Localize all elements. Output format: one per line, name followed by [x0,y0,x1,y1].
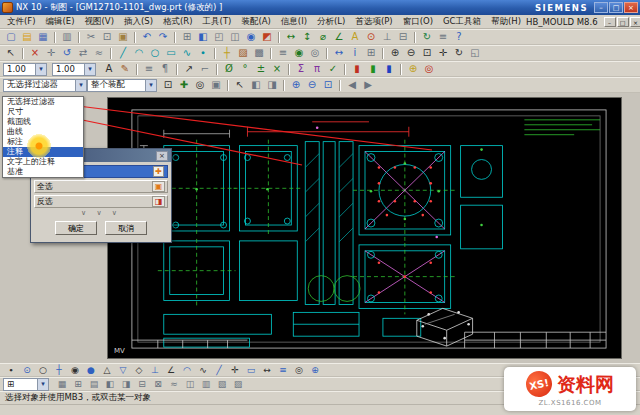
target-icon[interactable]: ◎ [421,62,437,76]
dialog-button[interactable]: 确定 [55,221,97,235]
filter-option[interactable]: 标注 [3,137,83,147]
filter-option[interactable]: 基准 [3,167,83,177]
maximize-button[interactable]: □ [609,2,623,13]
arrow-icon[interactable]: ↗ [181,62,197,76]
save-icon[interactable]: ▦ [35,30,51,44]
hatch-a-icon[interactable]: ▧ [214,377,230,391]
dialog-row-icon[interactable]: ▣ [152,181,165,192]
menu-item[interactable]: GC工具箱 [438,15,486,29]
triangle-up-icon[interactable]: △ [99,363,115,377]
add-icon[interactable]: ✚ [153,166,164,177]
circle-center-icon[interactable]: ○ [35,363,51,377]
selection-filter-combo[interactable]: 无选择过滤器 ▾ [3,79,87,92]
zoom-out-icon[interactable]: ⊖ [304,78,320,92]
select-cursor-icon[interactable]: ↖ [3,46,19,60]
menu-item[interactable]: 插入(S) [119,15,158,29]
dialog-row-icon[interactable]: ◨ [152,196,165,207]
dialog-close-icon[interactable]: × [156,151,168,161]
centerline-icon[interactable]: ┼ [219,46,235,60]
view-wizard-icon[interactable]: ◧ [195,30,211,44]
circle-icon[interactable]: ○ [147,46,163,60]
datum-feature-icon[interactable]: ⊥ [379,30,395,44]
show-icon[interactable]: ◉ [291,46,307,60]
section-view-icon[interactable]: ◩ [259,30,275,44]
circle-dot-icon[interactable]: ◎ [291,363,307,377]
menu-item[interactable]: 文件(F) [2,15,41,29]
spline-icon[interactable]: ∿ [179,46,195,60]
align-icon[interactable]: ≡ [141,62,157,76]
measure-icon[interactable]: ↔ [331,46,347,60]
table-icon[interactable]: ⊟ [395,30,411,44]
zoom-in-icon[interactable]: ⊕ [387,46,403,60]
edit-text-icon[interactable]: ✎ [117,62,133,76]
fill-region-icon[interactable]: ▩ [251,46,267,60]
angle-icon[interactable]: ∠ [163,363,179,377]
existing-point-icon[interactable]: ● [83,363,99,377]
diamond-icon[interactable]: ◇ [131,363,147,377]
print-icon[interactable]: ▥ [59,30,75,44]
pi-icon[interactable]: π [309,62,325,76]
child-restore-button[interactable]: □ [617,17,629,27]
help-icon[interactable]: ? [451,30,467,44]
diameter-symbol-icon[interactable]: Ø [221,62,237,76]
menu-item[interactable]: 视图(V) [80,15,119,29]
degree-symbol-icon[interactable]: ° [237,62,253,76]
id-symbol-icon[interactable]: ⊙ [363,30,379,44]
grid-icon[interactable]: ▦ [54,377,70,391]
rectangle-icon[interactable]: ▭ [163,46,179,60]
orbit-icon[interactable]: ↻ [451,46,467,60]
menu-item[interactable]: 装配(A) [236,15,275,29]
filter-option[interactable]: 截面线 [3,117,83,127]
end-point-icon[interactable]: ∙ [3,363,19,377]
fit-view-icon[interactable]: ⊡ [419,46,435,60]
menu-item[interactable]: 格式(R) [158,15,198,29]
zoom-out-icon[interactable]: ⊖ [403,46,419,60]
close-button[interactable]: × [624,2,638,13]
spline-point-icon[interactable]: ∿ [195,363,211,377]
detail-view-icon[interactable]: ◉ [243,30,259,44]
menu-item[interactable]: 工具(T) [198,15,237,29]
delete-icon[interactable]: × [27,46,43,60]
add-to-selection-icon[interactable]: ✚ [176,78,192,92]
perpendicular-icon[interactable]: ⊥ [147,363,163,377]
projected-view-icon[interactable]: ◫ [227,30,243,44]
slash-icon[interactable]: ╱ [211,363,227,377]
dialog-button[interactable]: 取消 [105,221,147,235]
scale-combo[interactable]: 1.00 ▾ [52,63,96,76]
mid-point-icon[interactable]: ⊙ [19,363,35,377]
preferences-icon[interactable]: ≡ [435,30,451,44]
line-icon[interactable]: ╱ [115,46,131,60]
copy-icon[interactable]: ⊡ [99,30,115,44]
menu-item[interactable]: 信息(I) [276,15,312,29]
select-all-row[interactable]: 全选 ▣ [34,180,168,193]
text-style-icon[interactable]: A [101,62,117,76]
left-panel-icon[interactable]: ◧ [102,377,118,391]
collapsed-sections-indicator[interactable]: ∨ ∨ ∨ [34,208,168,219]
plus-minus-icon[interactable]: ± [253,62,269,76]
tangent-icon[interactable]: ◠ [179,363,195,377]
radial-dimension-icon[interactable]: ⌀ [315,30,331,44]
redo-icon[interactable]: ↷ [155,30,171,44]
bottom-half-icon[interactable]: ◨ [264,78,280,92]
selection-scope-combo[interactable]: 整个装配 ▾ [87,79,157,92]
line-width-combo[interactable]: 1.00 ▾ [3,63,47,76]
filter-option[interactable]: 曲线 [3,127,83,137]
hatch-icon[interactable]: ▨ [235,46,251,60]
hole-table-icon[interactable]: ⊞ [363,46,379,60]
undo-icon[interactable]: ↶ [139,30,155,44]
graphics-window[interactable]: MV [107,97,622,359]
menu-item[interactable]: 编辑(E) [41,15,80,29]
menu-item[interactable]: 帮助(H) [486,15,526,29]
print-area-icon[interactable]: ▥ [198,377,214,391]
menu-icon[interactable]: ≡ [275,363,291,377]
rows-icon[interactable]: ▤ [86,377,102,391]
open-icon[interactable]: ▤ [19,30,35,44]
rotate-icon[interactable]: ↺ [59,46,75,60]
update-views-icon[interactable]: ↻ [419,30,435,44]
pan-icon[interactable]: ✛ [435,46,451,60]
point-icon[interactable]: ∙ [195,46,211,60]
angular-dimension-icon[interactable]: ∠ [331,30,347,44]
cut-icon[interactable]: ✂ [83,30,99,44]
select-cursor-icon[interactable]: ↖ [232,78,248,92]
menu-item[interactable]: 分析(L) [312,15,350,29]
